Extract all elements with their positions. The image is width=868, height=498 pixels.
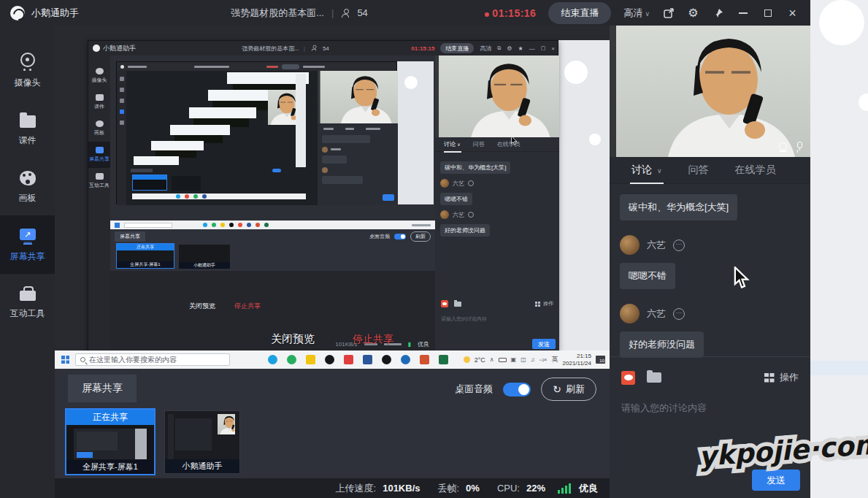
windows-start-icon (61, 356, 69, 364)
panel-divider (610, 356, 810, 357)
tab-discussion[interactable]: 讨论 ∨ (631, 164, 661, 177)
taskbar-tray: 2°C ∧ ▣◫♫◅× 英 21:15 2021/11/24 10 (464, 353, 610, 367)
share-section: 屏幕共享 桌面音频 ↻ 刷新 正在共享 全屏共享-屏幕1 (55, 369, 610, 478)
folder-icon[interactable] (647, 372, 661, 383)
red-packet-icon[interactable] (621, 371, 635, 385)
taskbar-icon-red (344, 355, 353, 364)
sidebar-item-label: 画板 (19, 192, 37, 204)
nested-app-window: 小鹅通助手 强势题材股的基本面... | 54 01:15:15 结束直播 高清… (88, 40, 558, 352)
grid-icon (764, 373, 774, 383)
user-badge-icon (673, 240, 685, 251)
taskbar-icon-black (382, 355, 391, 364)
sidebar-item-interactive-tools[interactable]: 互动工具 (0, 274, 55, 331)
discussion-input[interactable] (620, 402, 795, 414)
action-button[interactable]: 操作 (764, 371, 799, 384)
pin-icon[interactable] (712, 7, 724, 19)
nested-taskbar (110, 221, 435, 229)
desktop: 小鹅通助手 强势题材股的基本面... | 54 01:15:16 结束直播 高清… (0, 0, 868, 498)
weather-icon (464, 356, 470, 363)
nested-titlebar: 小鹅通助手 强势题材股的基本面... | 54 01:15:15 结束直播 高清… (88, 41, 558, 55)
taskbar-clock: 21:15 2021/11/24 (563, 353, 591, 367)
notification-icon: 10 (596, 356, 605, 364)
rec-dot-icon (485, 12, 489, 17)
nested-desktop-audio-toggle (394, 234, 406, 240)
nested-nested-right-panel (318, 71, 398, 205)
share-window-icon[interactable] (662, 7, 675, 19)
nested-thumb-screen1: 正在共享 全屏共享-屏幕1 (116, 243, 174, 269)
nested-panel-tabs: 讨论 ∨ 问答 在线学员 (435, 137, 559, 152)
end-live-button[interactable]: 结束直播 (548, 2, 611, 24)
nested-share-tab: 屏幕共享 (115, 231, 145, 242)
wallpaper-circle (859, 93, 868, 111)
nested-app-name: 小鹅通助手 (103, 44, 136, 53)
taskbar-apps (268, 355, 448, 364)
chat-toolbar: 操作 (610, 363, 810, 392)
folder-icon (454, 302, 461, 307)
battery-icon (499, 358, 507, 362)
desktop-audio-label: 桌面音频 (455, 383, 493, 396)
status-bar: 上传速度:101KB/s 丢帧:0% CPU:22% 优良 (55, 478, 610, 498)
taskbar-icon-green (287, 355, 296, 364)
titlebar: 小鹅通助手 强势题材股的基本面... | 54 01:15:16 结束直播 高清… (0, 0, 810, 26)
sidebar: 摄像头 课件 画板 ↗ 屏幕共享 互动工具 (0, 26, 55, 498)
send-button[interactable]: 发送 (752, 470, 800, 491)
settings-gear-icon[interactable]: ⚙ (687, 7, 699, 19)
close-button[interactable]: × (786, 7, 799, 19)
taskbar-icon-powerpoint (420, 355, 429, 364)
grid-icon (535, 302, 540, 307)
panel-tabs: 讨论 ∨ 问答 在线学员 (610, 157, 810, 184)
live-title: 强势题材股的基本面... (231, 7, 324, 20)
toolbox-icon (20, 291, 36, 301)
nested-stop-share: 停止共享 (234, 302, 261, 311)
viewers-icon (341, 9, 350, 18)
quality-selector[interactable]: 高清∨ (623, 7, 650, 20)
taskbar-icon-folder (306, 355, 315, 364)
camera-toggle-icon[interactable] (777, 142, 788, 151)
chat-user-row: 六艺 (620, 235, 800, 255)
share-tab[interactable]: 屏幕共享 (68, 375, 137, 402)
sidebar-item-screen-share[interactable]: ↗ 屏幕共享 (0, 215, 55, 274)
nested-app-logo-icon (93, 45, 100, 52)
live-timer: 01:15:16 (485, 7, 536, 19)
thumbnail-screen1[interactable]: 正在共享 全屏共享-屏幕1 (65, 408, 155, 475)
desktop-audio-toggle[interactable] (503, 383, 531, 397)
avatar (440, 210, 449, 219)
sidebar-item-courseware[interactable]: 课件 (0, 100, 55, 158)
sidebar-item-label: 课件 (19, 134, 37, 147)
avatar (440, 179, 449, 188)
right-panel: 讨论 ∨ 问答 在线学员 碳中和、华为概念[大笑] 六艺 嗯嗯不错 六艺 好的老… (610, 26, 810, 498)
chat-bubble: 碳中和、华为概念[大笑] (620, 194, 737, 221)
app-window: 小鹅通助手 强势题材股的基本面... | 54 01:15:16 结束直播 高清… (0, 0, 810, 498)
nested-presenter-video (435, 55, 559, 137)
avatar (620, 304, 640, 323)
tab-qa[interactable]: 问答 (688, 164, 708, 177)
network-quality: 优良 (579, 482, 598, 495)
app-logo-icon (10, 6, 25, 20)
mic-toggle-icon[interactable] (796, 142, 803, 151)
tab-online-students[interactable]: 在线学员 (734, 164, 775, 177)
chevron-down-icon: ∨ (657, 167, 662, 175)
taskbar-icon-word (363, 355, 372, 364)
refresh-button[interactable]: ↻ 刷新 (541, 378, 596, 401)
sidebar-item-camera[interactable]: 摄像头 (0, 42, 55, 100)
thumbnail-assistant[interactable]: 小鹅通助手 (164, 410, 240, 474)
chevron-down-icon: ∨ (645, 10, 650, 18)
presenter-video (610, 26, 810, 157)
titlebar-separator: | (331, 7, 334, 18)
nested-share-section: 屏幕共享 桌面音频 刷新 正在共享 全屏共享-屏幕1 小鹅通助手 (110, 229, 435, 271)
chat-user-row: 六艺 (620, 304, 800, 323)
signal-bars-icon (558, 483, 571, 494)
taskbar-search: 在这里输入你要搜索的内容 (75, 353, 230, 366)
nested-live-timer: 01:15:15 (411, 45, 434, 52)
stop-share-button[interactable]: 停止共享 (353, 333, 393, 346)
maximize-button[interactable] (761, 7, 774, 19)
nested-preview (110, 55, 435, 229)
nested-thumb-assistant: 小鹅通助手 (179, 245, 230, 269)
sidebar-item-whiteboard[interactable]: 画板 (0, 158, 55, 215)
user-name: 六艺 (647, 307, 666, 321)
close-preview-button[interactable]: 关闭预览 (271, 332, 315, 346)
preview-wallpaper (558, 40, 610, 350)
avatar (620, 235, 640, 255)
thumbnail-label: 全屏共享-屏幕1 (66, 460, 154, 474)
minimize-button[interactable] (737, 7, 749, 19)
